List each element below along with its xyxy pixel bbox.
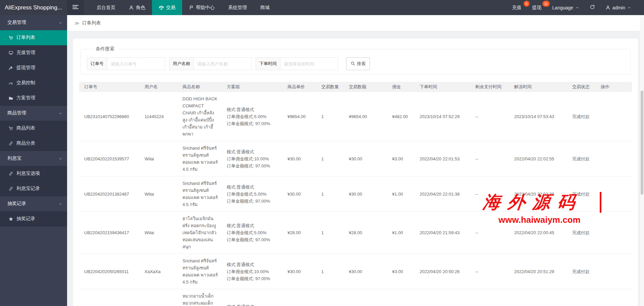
unit-price-cell: ¥29.00 [282,289,316,306]
column-header: 交易状态 [567,82,596,92]
order-no-field-label: 订单号 [87,57,107,70]
plan-mode: 模式:普通模式 [227,261,279,268]
sidebar-item[interactable]: 商品分类 [0,136,67,151]
order-no-input[interactable] [107,57,165,70]
username-field: 用户名称 [169,57,252,70]
caret-up-icon [627,6,631,10]
top-nav-label: 帮助中心 [196,5,215,11]
remaining-pay-time-cell: -- [470,254,509,289]
column-header: 商品名称 [177,82,222,92]
action-cell [596,176,632,212]
order-time-input[interactable] [280,57,338,70]
top-nav-item[interactable]: 帮助中心 [182,0,221,15]
order-no-field: 订单号 [87,57,165,70]
sidebar-item[interactable]: 订单列表 [0,30,67,45]
sidebar-item[interactable]: 利息宝选项 [0,166,67,181]
remaining-pay-time-cell: -- [470,289,509,306]
top-nav-item[interactable]: 交易 [152,0,182,15]
language-dropdown[interactable]: Language [547,0,585,15]
sidebar-item-label: 抽奖记录 [7,201,26,207]
top-nav-item[interactable]: 角色 [122,0,152,15]
scrollbar-thumb[interactable] [641,91,643,195]
refresh-button[interactable] [585,0,600,15]
sidebar-item-label: 利息宝选项 [16,170,40,176]
status-cell: 完成付款 [567,176,596,212]
order-no-cell: UB2204202049559847 [79,289,140,306]
table-row: UB2204202050265011 XaXaXa Srichand ศรีจั… [79,254,632,289]
chevron-down-icon [58,202,62,207]
top-nav-label: 后台首页 [97,5,115,11]
sidebar-item[interactable]: 利息宝记录 [0,181,67,196]
plan-mode: 模式:普通模式 [227,222,279,229]
order-time-cell: 2022/04/20 22:01:38 [415,176,470,212]
sidebar-item[interactable]: 提现管理 [0,60,67,75]
top-navigation: 后台首页 角色 交易 帮助中心 系统管理 [90,0,276,15]
sidebar-item-label: 抽奖记录 [16,216,35,222]
plan-commission-mode: 订单佣金模式:5.00% [227,191,279,198]
plan-group-cell: 模式:普通模式 订单佣金模式:5.00% 订单金额模式: 97.00% [222,92,282,141]
trade-amount-cell: ¥9654.00 [344,92,387,141]
user-icon [605,5,610,10]
sidebar-item[interactable]: 抽奖记录 [0,211,67,226]
top-nav-item[interactable]: 后台首页 [90,0,122,15]
trade-amount-cell: ¥30.00 [344,141,387,176]
status-cell: 完成付款 [567,92,596,141]
sidebar-item-label: 订单列表 [16,35,35,41]
app-logo: AliExpress Shopping... [0,0,67,15]
unfreeze-time-cell: 2023/10/14 07:53:43 [509,92,567,141]
link-icon [8,171,13,176]
sidebar-item-label: 商品分类 [16,140,35,146]
hamburger-menu-button[interactable] [67,0,84,15]
table-row: UB2204202049559847 XaXaXa หมวกอาบน้ำเด็ก… [79,289,632,306]
product-name-cell: หมวกอาบน้ำเด็ก หมวกสระผมเด็ก กันน้ำ กันแ… [177,289,222,306]
plan-commission-mode: 订单佣金模式:10.00% [227,268,279,275]
sidebar-item[interactable]: 抽奖记录 [0,196,67,211]
remaining-pay-time-cell: -- [470,141,509,176]
table-row: UB2310140752296860 11445224 DOD HIGH BAC… [79,92,632,141]
recharge-link[interactable]: 充值 0 [507,0,527,15]
admin-dropdown[interactable]: admin [600,0,637,15]
sidebar-item[interactable]: 方案管理 [0,91,67,106]
plan-group-cell: 模式:普通模式 订单佣金模式:5.00% 订单金额模式: 97.00% [222,289,282,306]
top-nav-label: 交易 [166,5,175,11]
remaining-pay-time-cell: -- [470,212,509,254]
column-header: 交易数额 [344,82,387,92]
plan-amount-mode: 订单金额模式: 97.00% [227,162,279,169]
unit-price-cell: ¥28.00 [282,212,316,254]
top-nav-item[interactable]: 商城 [254,0,276,15]
top-nav-item[interactable]: 系统管理 [221,0,254,15]
commission-cell: ¥482.00 [387,92,415,141]
order-no-cell: UB2310140752296860 [79,92,140,141]
sidebar-item-label: 提现管理 [16,65,35,71]
cart-icon [8,35,13,40]
sidebar-item[interactable]: 商品管理 [0,106,67,121]
sidebar-item[interactable]: 交易控制 [0,75,67,91]
action-cell [596,289,632,306]
plan-mode: 模式:普通模式 [227,106,279,113]
quantity-cell: 1 [316,141,344,176]
table-row: UB2204202159436417 Wilai ฮาโลวีนเมจิกมัน… [79,212,632,254]
user-icon [129,5,134,10]
remaining-pay-time-cell: -- [470,92,509,141]
scale-icon [159,5,164,10]
status-cell: 完成付款 [567,254,596,289]
search-button[interactable]: 搜索 [346,57,370,70]
plan-group-cell: 模式:普通模式 订单佣金模式:5.00% 订单金额模式: 97.00% [222,212,282,254]
order-time-field-label: 下单时间 [256,57,280,70]
order-time-field: 下单时间 [256,57,338,70]
username-cell: 11445224 [140,92,177,141]
order-time-cell: 2023/10/14 07:52:29 [415,92,470,141]
action-cell [596,254,632,289]
sidebar-item[interactable]: 充值管理 [0,45,67,60]
column-header: 用户名 [140,82,177,92]
sidebar-item[interactable]: 利息宝 [0,151,67,166]
column-header: 商品单价 [282,82,316,92]
plan-amount-mode: 订单金额模式: 97.00% [227,236,279,243]
scrollbar-track [640,15,644,306]
sidebar-item-label: 利息宝 [7,155,21,161]
unit-price-cell: ¥30.00 [282,176,316,212]
username-input[interactable] [194,57,252,70]
sidebar-item[interactable]: 商品列表 [0,121,67,136]
sidebar-item[interactable]: 交易管理 [0,15,67,30]
withdraw-link[interactable]: 提现 11 [527,0,547,15]
